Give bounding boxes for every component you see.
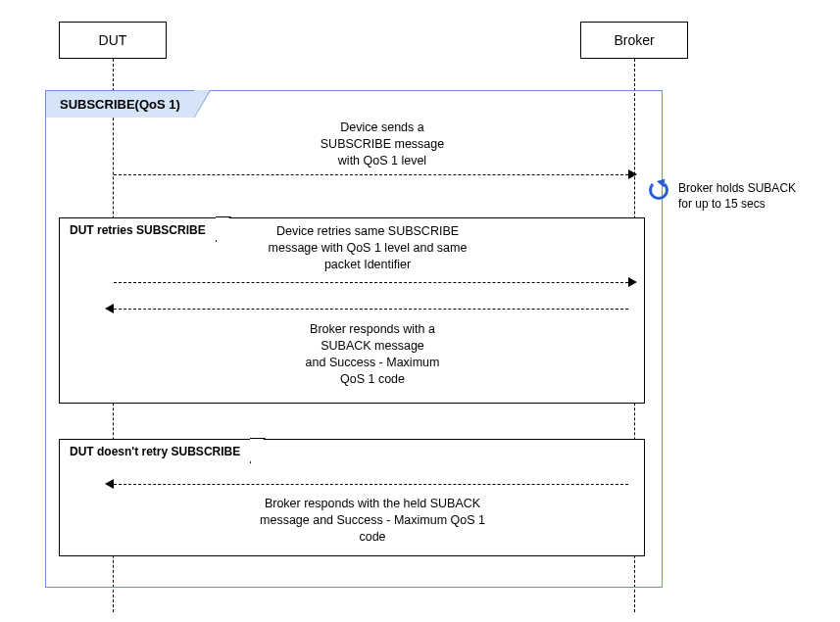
arrow-suback-noretry xyxy=(114,484,628,485)
frame-dut-noretry-label: DUT doesn't retry SUBSCRIBE xyxy=(59,439,251,463)
arrowhead-suback-retry xyxy=(105,304,114,313)
frame-subscribe-qos1-label: SUBSCRIBE(QoS 1) xyxy=(45,90,195,118)
wait-icon xyxy=(649,180,668,200)
msg-suback-retry: Broker responds with a SUBACK message an… xyxy=(245,321,500,388)
arrowhead-retry-subscribe xyxy=(628,277,637,287)
note-broker-holds: Broker holds SUBACK for up to 15 secs xyxy=(678,180,825,212)
arrow-subscribe-send xyxy=(114,174,628,175)
arrow-suback-retry xyxy=(114,309,628,310)
actor-broker: Broker xyxy=(580,22,688,59)
arrowhead-subscribe-send xyxy=(628,169,637,179)
msg-subscribe-send: Device sends a SUBSCRIBE message with Qo… xyxy=(274,120,490,169)
msg-suback-noretry: Broker responds with the held SUBACK mes… xyxy=(216,496,529,546)
arrow-retry-subscribe xyxy=(114,282,628,283)
arrowhead-suback-noretry xyxy=(105,479,114,489)
msg-retry-subscribe: Device retries same SUBSCRIBE message wi… xyxy=(216,223,519,273)
actor-dut: DUT xyxy=(59,22,167,59)
sequence-diagram: DUT Broker SUBSCRIBE(QoS 1) Device sends… xyxy=(0,0,840,622)
frame-dut-retries-label: DUT retries SUBSCRIBE xyxy=(59,217,217,242)
